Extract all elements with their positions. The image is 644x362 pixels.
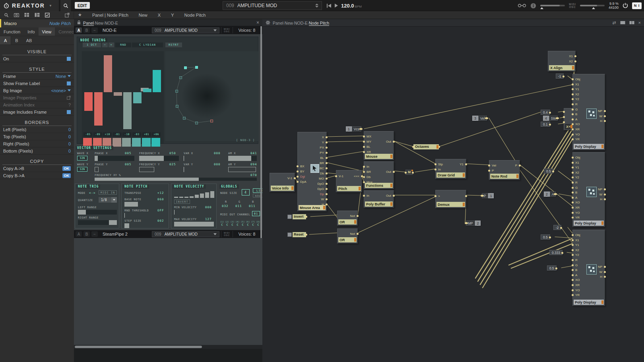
port-yr[interactable]: YR [573,216,580,219]
info-icon[interactable] [530,3,536,9]
structure-module-vcs[interactable]: 1Vcs [346,126,361,132]
velocity-bar-1[interactable] [179,197,183,198]
transpose-value[interactable]: +12 [157,191,164,195]
port-in[interactable]: In [364,165,369,168]
wire-11[interactable] [394,171,405,172]
structure-module-poly-display-3[interactable]: ObjX1Y1X2Y2RGBAXOXRYOYRNPWHPoly Display [572,230,605,306]
instrument-name[interactable]: NOD-E [103,28,150,33]
node-swatch-3[interactable] [113,138,121,147]
velocity-bar-2[interactable] [184,197,188,198]
breadcrumb-item-panel[interactable]: Panel [273,21,283,25]
port-x1[interactable]: X1 [573,161,579,165]
combo-cell[interactable]: 1 [346,126,352,132]
phase-x-value[interactable]: 005 [125,151,132,155]
port-dot[interactable] [549,112,551,114]
port-obj[interactable]: Obj [573,233,580,237]
octave-plus-button[interactable]: + [109,43,114,47]
port-dpo[interactable]: DpO [318,182,326,186]
wire-35[interactable] [568,227,572,233]
port-p[interactable]: P [489,169,494,172]
randomize-button[interactable]: RND [115,43,131,47]
velocity-bar-0[interactable] [174,197,178,198]
breadcrumb-item-nod-e[interactable]: NOD-E [105,21,118,25]
history-item-3[interactable]: Y [171,13,174,17]
search-button[interactable] [60,0,71,11]
port-not[interactable]: Not [350,214,357,218]
snapshot-bank-b-button[interactable]: B [83,231,90,237]
port-dot[interactable] [549,124,551,126]
port-yo[interactable]: YO [573,288,580,292]
tab-function[interactable]: Function [0,27,24,36]
tab-info[interactable]: Info [24,27,38,36]
reaktor-logo[interactable]: REAKTOR ▼ [0,0,59,11]
structure-module-x-align[interactable]: X1X2X Align [548,51,576,72]
module-label[interactable]: Poly Buffer [365,201,393,207]
toggle-label[interactable]: Reset [293,232,306,237]
vertical-scrollbar[interactable] [260,26,262,238]
wire-2[interactable] [327,141,364,142]
module-label[interactable]: OR [338,237,357,242]
tuning-bar-3[interactable] [114,92,122,96]
base-note-value[interactable]: 060 [157,197,164,201]
bpm-value[interactable]: 120.0 [341,3,354,9]
am-y-slider[interactable] [228,167,257,172]
graph-node-2[interactable] [179,76,182,79]
port->[interactable]: > [436,194,440,198]
right-range-slider[interactable] [78,220,117,225]
port-p[interactable]: P [515,164,520,167]
tuning-bar-7[interactable] [153,70,161,92]
scale-selector[interactable]: C LYDIAN [132,43,163,47]
node-size-value[interactable]: 4 [242,189,250,196]
power-icon[interactable] [623,3,628,8]
combo-cell[interactable]: 1 [488,193,494,198]
wave-y-selector[interactable]: SIN [77,167,87,172]
freq-y-value[interactable]: 025 [169,163,176,166]
max-velocity-value[interactable]: 127 [205,217,212,221]
wire-3[interactable] [327,151,364,157]
wire-34[interactable] [559,194,572,196]
close-icon[interactable]: × [256,20,259,25]
port-dot[interactable] [305,216,307,218]
wire-10[interactable] [439,112,541,147]
port-b[interactable]: B [573,191,577,194]
port-db[interactable]: Db [320,172,326,175]
port-a[interactable]: A [573,118,577,121]
combo-cell[interactable]: 4 [543,116,549,121]
var-x-value[interactable]: 000 [214,151,221,155]
min-velocity-slider[interactable] [174,210,214,215]
port-np[interactable]: NP [598,188,605,191]
port-mo[interactable]: MO [319,177,326,180]
snapshot-selector[interactable]: 009 AMPLITUDE MOD [223,1,322,10]
instrument-name[interactable]: SteamPipe 2 [103,232,150,236]
port-h[interactable]: H [600,197,605,201]
frame-dropdown[interactable]: None [56,74,71,79]
node-swatch-5[interactable] [132,138,141,147]
wire-33[interactable] [558,171,572,182]
rewind-icon[interactable] [326,4,332,8]
structure-module-poly-display-2[interactable]: ObjX1Y1X2Y2RGBAXOXRYOYRNPWHPoly Display [572,152,605,227]
port-b[interactable]: B [573,268,577,272]
port-bl[interactable]: BL [364,145,370,149]
port-[interactable] [564,115,566,119]
port-x1[interactable]: X1 [573,83,579,86]
port-dot[interactable] [555,267,557,269]
snapshot-bank-b-button[interactable]: B [83,27,90,33]
port-xr[interactable]: XR [573,206,580,209]
velocity-bar-5[interactable] [200,194,204,198]
port-np[interactable]: NP [598,265,605,269]
velocity-curve-bars[interactable] [174,190,215,198]
on-checkbox[interactable] [67,57,71,61]
history-item-1[interactable]: New [139,13,147,17]
port-dot[interactable] [465,222,468,224]
structure-module-pitch[interactable]: V-1<<<Pitch [336,170,362,192]
node-color-g[interactable]: 011 [235,204,242,208]
freq-x-slider[interactable] [139,156,179,161]
octave-range-button[interactable]: 1 OCT [83,43,101,47]
connect-icon[interactable] [518,3,526,8]
phase-x-slider[interactable] [95,156,134,161]
port-[interactable] [564,110,566,114]
structure-module-const-05b[interactable]: 0.5 [541,234,550,240]
snapshot-stepper[interactable] [315,4,318,8]
midi-out-channel-value[interactable]: 01 [252,211,260,216]
port-y2[interactable]: Y2 [573,97,579,101]
